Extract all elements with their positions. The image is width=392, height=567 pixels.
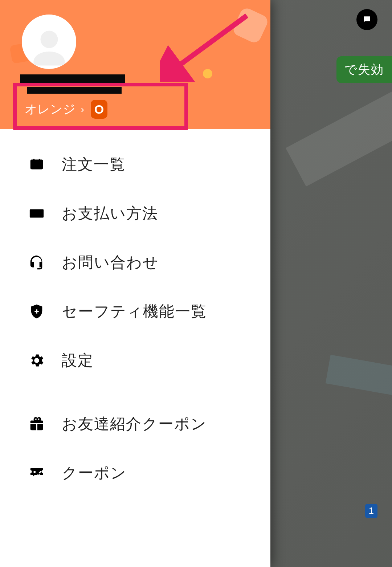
chevron-right-icon: › — [81, 103, 84, 115]
headset-icon — [28, 254, 45, 271]
card-icon — [28, 205, 45, 222]
tier-row[interactable]: オレンジ › O — [25, 100, 107, 119]
side-drawer: オレンジ › O 注文一覧 — [0, 0, 270, 567]
menu-item-label: お問い合わせ — [62, 252, 159, 273]
gift-icon — [28, 416, 45, 432]
map-status-badge: で失効 — [336, 56, 392, 83]
menu-item-label: クーポン — [62, 463, 127, 483]
person-icon — [28, 27, 70, 69]
map-route-tag: 1 — [365, 504, 377, 518]
gear-icon — [28, 352, 45, 369]
app-root: で失効 1 オレンジ › O — [0, 0, 392, 567]
drawer-menu: 注文一覧 お支払い方法 お問い合わせ セーフティ機能一覧 — [0, 129, 270, 497]
ticket-icon — [28, 465, 45, 481]
menu-item-label: 注文一覧 — [62, 154, 126, 175]
tier-label: オレンジ — [25, 101, 75, 118]
menu-item-label: お支払い方法 — [62, 203, 158, 224]
menu-item-label: セーフティ機能一覧 — [62, 301, 207, 322]
tier-badge: O — [91, 100, 107, 119]
menu-item-support[interactable]: お問い合わせ — [28, 238, 270, 287]
decor-dot — [203, 69, 212, 78]
menu-item-label: お友達紹介クーポン — [62, 414, 207, 434]
shield-icon — [28, 303, 45, 320]
decor-shape — [231, 6, 270, 45]
map-river-shape — [326, 355, 392, 415]
menu-item-payment[interactable]: お支払い方法 — [28, 189, 270, 238]
menu-item-settings[interactable]: 設定 — [28, 336, 270, 385]
avatar[interactable] — [22, 15, 76, 69]
menu-item-label: 設定 — [62, 350, 94, 371]
menu-item-safety[interactable]: セーフティ機能一覧 — [28, 287, 270, 336]
menu-item-orders[interactable]: 注文一覧 — [28, 140, 270, 189]
menu-item-coupon[interactable]: クーポン — [28, 448, 270, 497]
menu-item-referral[interactable]: お友達紹介クーポン — [28, 399, 270, 448]
chat-icon — [362, 15, 372, 24]
redacted-name-line-2 — [27, 87, 122, 94]
svg-rect-1 — [365, 19, 368, 20]
svg-rect-0 — [365, 18, 369, 19]
drawer-header[interactable]: オレンジ › O — [0, 0, 270, 129]
orders-icon — [28, 156, 45, 173]
redacted-name-line-1 — [20, 74, 125, 85]
messages-button[interactable] — [356, 9, 377, 30]
